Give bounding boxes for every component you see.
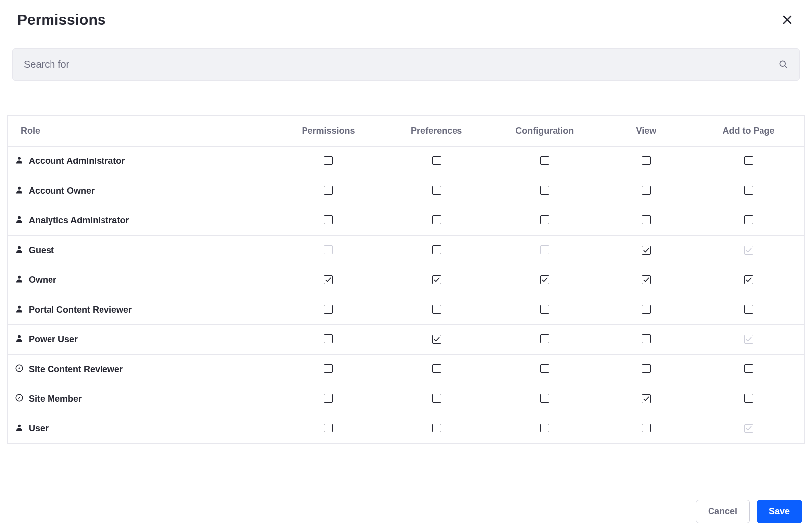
checkbox-preferences[interactable] — [432, 186, 441, 195]
checkbox-add_to_page[interactable] — [744, 215, 753, 224]
checkbox-add_to_page[interactable] — [744, 186, 753, 195]
checkbox-permissions[interactable] — [324, 364, 333, 373]
table-row: Power User — [8, 325, 805, 355]
cell-preferences — [382, 414, 491, 444]
cell-view — [599, 236, 694, 266]
checkbox-permissions[interactable] — [324, 334, 333, 343]
checkbox-configuration[interactable] — [540, 186, 549, 195]
col-header-preferences[interactable]: Preferences — [382, 116, 491, 147]
svg-point-10 — [18, 335, 21, 338]
cell-preferences — [382, 266, 491, 295]
checkbox-permissions[interactable] — [324, 394, 333, 403]
checkbox-view[interactable] — [642, 246, 651, 255]
checkbox-permissions[interactable] — [324, 156, 333, 165]
role-cell: Guest — [8, 236, 274, 266]
cell-permissions — [274, 414, 383, 444]
svg-line-3 — [785, 66, 787, 68]
table-row: Portal Content Reviewer — [8, 295, 805, 325]
checkbox-configuration[interactable] — [540, 334, 549, 343]
checkbox-preferences[interactable] — [432, 275, 441, 284]
checkbox-permissions[interactable] — [324, 424, 333, 432]
checkbox-permissions[interactable] — [324, 305, 333, 314]
checkbox-configuration[interactable] — [540, 364, 549, 373]
role-cell: Account Administrator — [8, 147, 274, 176]
checkbox-configuration[interactable] — [540, 394, 549, 403]
cell-add_to_page — [693, 414, 804, 444]
checkbox-view[interactable] — [642, 215, 651, 224]
cell-configuration — [491, 295, 599, 325]
role-name: Site Member — [29, 394, 82, 404]
modal-footer: Cancel Save — [696, 500, 802, 523]
checkbox-configuration[interactable] — [540, 156, 549, 165]
svg-point-4 — [18, 157, 21, 160]
svg-point-15 — [18, 425, 21, 427]
cell-permissions — [274, 325, 383, 355]
close-button[interactable] — [777, 10, 797, 30]
search-button[interactable] — [774, 55, 792, 73]
checkbox-view[interactable] — [642, 156, 651, 165]
checkbox-permissions[interactable] — [324, 275, 333, 284]
col-header-role[interactable]: Role — [8, 116, 274, 147]
checkbox-preferences[interactable] — [432, 364, 441, 373]
cell-view — [599, 414, 694, 444]
cell-add_to_page — [693, 355, 804, 384]
cell-permissions — [274, 384, 383, 414]
search-input[interactable] — [23, 49, 769, 80]
table-row: Owner — [8, 266, 805, 295]
role-cell: Account Owner — [8, 176, 274, 206]
checkbox-permissions[interactable] — [324, 186, 333, 195]
table-row: User — [8, 414, 805, 444]
table-row: Guest — [8, 236, 805, 266]
svg-marker-12 — [18, 367, 21, 370]
checkbox-preferences[interactable] — [432, 424, 441, 432]
checkbox-preferences[interactable] — [432, 245, 441, 254]
cell-view — [599, 176, 694, 206]
checkbox-view[interactable] — [642, 334, 651, 343]
col-header-configuration[interactable]: Configuration — [491, 116, 599, 147]
cell-preferences — [382, 176, 491, 206]
checkbox-configuration[interactable] — [540, 305, 549, 314]
checkbox-view[interactable] — [642, 305, 651, 314]
checkbox-preferences[interactable] — [432, 394, 441, 403]
checkbox-view[interactable] — [642, 186, 651, 195]
checkbox-preferences[interactable] — [432, 156, 441, 165]
checkbox-configuration[interactable] — [540, 424, 549, 432]
checkbox-add_to_page — [744, 246, 753, 255]
user-icon — [15, 423, 24, 434]
checkbox-add_to_page[interactable] — [744, 394, 753, 403]
cell-preferences — [382, 384, 491, 414]
checkbox-view[interactable] — [642, 364, 651, 373]
cell-preferences — [382, 236, 491, 266]
checkbox-view[interactable] — [642, 394, 651, 403]
checkbox-permissions[interactable] — [324, 215, 333, 224]
col-header-permissions[interactable]: Permissions — [274, 116, 383, 147]
search-icon — [778, 59, 788, 69]
role-cell: Site Member — [8, 384, 274, 414]
permissions-table: Role Permissions Preferences Configurati… — [7, 115, 805, 444]
checkbox-configuration[interactable] — [540, 275, 549, 284]
col-header-view[interactable]: View — [599, 116, 694, 147]
checkbox-preferences[interactable] — [432, 305, 441, 314]
cell-permissions — [274, 266, 383, 295]
checkbox-add_to_page[interactable] — [744, 305, 753, 314]
checkbox-add_to_page[interactable] — [744, 364, 753, 373]
role-cell: Site Content Reviewer — [8, 355, 274, 384]
cell-configuration — [491, 236, 599, 266]
checkbox-add_to_page[interactable] — [744, 156, 753, 165]
role-cell: Analytics Administrator — [8, 206, 274, 236]
table-row: Account Administrator — [8, 147, 805, 176]
checkbox-view[interactable] — [642, 424, 651, 432]
cancel-button[interactable]: Cancel — [696, 500, 750, 523]
cell-view — [599, 325, 694, 355]
checkbox-view[interactable] — [642, 275, 651, 284]
checkbox-preferences[interactable] — [432, 215, 441, 224]
checkbox-preferences[interactable] — [432, 335, 441, 344]
col-header-add-to-page[interactable]: Add to Page — [693, 116, 804, 147]
save-button[interactable]: Save — [757, 500, 802, 523]
checkbox-add_to_page[interactable] — [744, 275, 753, 284]
role-cell: Owner — [8, 266, 274, 295]
cell-add_to_page — [693, 384, 804, 414]
checkbox-configuration[interactable] — [540, 215, 549, 224]
role-name: Portal Content Reviewer — [29, 305, 132, 315]
svg-marker-14 — [18, 397, 21, 399]
